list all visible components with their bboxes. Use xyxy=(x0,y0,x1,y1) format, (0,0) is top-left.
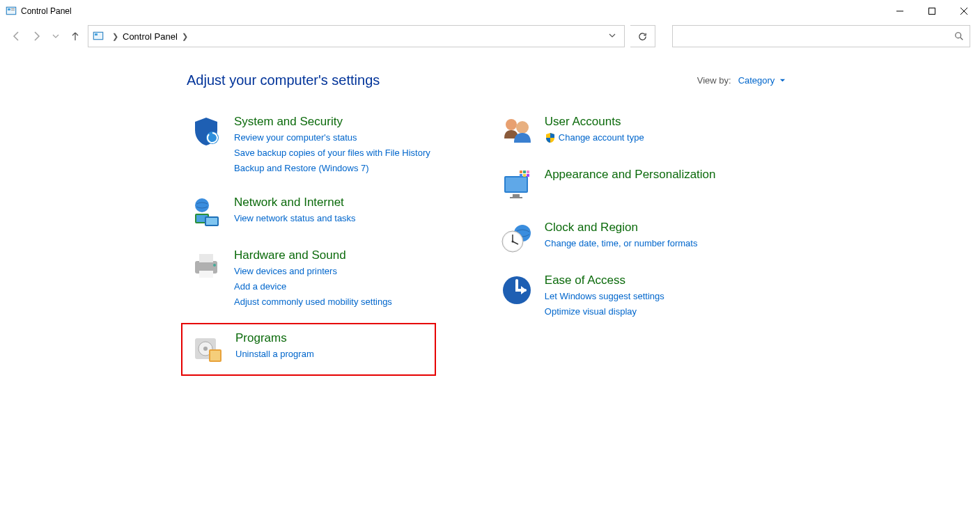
clock-icon[interactable] xyxy=(500,221,534,254)
navbar: ❯ Control Panel ❯ xyxy=(0,22,980,50)
view-by-label: View by: xyxy=(697,75,731,86)
svg-rect-21 xyxy=(199,254,213,262)
category-programs: Programs Uninstall a program xyxy=(185,328,432,367)
svg-point-30 xyxy=(516,121,529,134)
category-title[interactable]: Clock and Region xyxy=(545,221,698,235)
close-button[interactable] xyxy=(948,0,980,22)
categories: System and Security Review your computer… xyxy=(0,112,980,369)
window-title: Control Panel xyxy=(21,6,72,16)
titlebar: Control Panel xyxy=(0,0,980,22)
category-link[interactable]: Review your computer's status xyxy=(234,130,430,145)
breadcrumb-current[interactable]: Control Panel xyxy=(123,31,178,42)
category-title[interactable]: User Accounts xyxy=(545,115,644,129)
category-title[interactable]: Programs xyxy=(235,331,314,345)
category-link[interactable]: Let Windows suggest settings xyxy=(545,289,664,304)
highlight-box: Programs Uninstall a program xyxy=(181,323,436,376)
svg-rect-3 xyxy=(11,8,15,9)
control-panel-icon xyxy=(93,31,104,42)
search-icon xyxy=(954,31,964,41)
content-header: Adjust your computer's settings View by:… xyxy=(0,72,786,88)
category-link[interactable]: Save backup copies of your files with Fi… xyxy=(234,145,430,161)
svg-rect-40 xyxy=(527,174,529,177)
svg-rect-33 xyxy=(513,194,520,197)
view-by-value: Category xyxy=(738,75,775,86)
recent-locations-dropdown[interactable] xyxy=(49,29,63,43)
minimize-button[interactable] xyxy=(884,0,916,22)
svg-rect-39 xyxy=(523,174,526,177)
window-controls xyxy=(884,0,980,22)
category-link[interactable]: Adjust commonly used mobility settings xyxy=(234,294,392,310)
category-link[interactable]: Change date, time, or number formats xyxy=(545,236,698,251)
category-link-label: Change account type xyxy=(559,130,644,145)
svg-rect-34 xyxy=(510,197,522,198)
category-title[interactable]: Network and Internet xyxy=(234,196,356,209)
category-title[interactable]: Ease of Access xyxy=(545,274,664,287)
svg-rect-22 xyxy=(199,271,213,278)
svg-rect-19 xyxy=(206,218,217,225)
category-hardware-sound: Hardware and Sound View devices and prin… xyxy=(187,246,433,312)
category-link[interactable]: Backup and Restore (Windows 7) xyxy=(234,161,430,176)
svg-point-23 xyxy=(213,264,216,267)
svg-rect-11 xyxy=(95,33,98,35)
addressbar[interactable]: ❯ Control Panel ❯ xyxy=(88,25,625,47)
maximize-button[interactable] xyxy=(916,0,948,22)
uac-shield-icon xyxy=(545,132,556,143)
svg-point-46 xyxy=(511,241,513,243)
printer-icon[interactable] xyxy=(189,248,223,282)
category-link[interactable]: View network status and tasks xyxy=(234,211,356,226)
search-input[interactable] xyxy=(678,31,954,42)
svg-rect-36 xyxy=(523,171,526,173)
breadcrumb-separator[interactable]: ❯ xyxy=(112,32,118,41)
left-column: System and Security Review your computer… xyxy=(187,112,433,369)
svg-rect-35 xyxy=(520,171,522,173)
category-title[interactable]: Appearance and Personalization xyxy=(545,168,716,182)
network-icon[interactable] xyxy=(189,196,223,229)
category-link[interactable]: View devices and printers xyxy=(234,264,392,279)
svg-point-15 xyxy=(195,198,209,212)
category-network-internet: Network and Internet View network status… xyxy=(187,193,433,232)
refresh-button[interactable] xyxy=(630,25,655,47)
category-link[interactable]: Change account type xyxy=(545,130,644,145)
svg-rect-38 xyxy=(520,174,522,177)
programs-icon[interactable] xyxy=(191,331,224,365)
page-title: Adjust your computer's settings xyxy=(187,72,380,88)
svg-rect-37 xyxy=(527,171,529,173)
svg-rect-4 xyxy=(11,10,15,10)
back-button[interactable] xyxy=(10,29,24,43)
view-by-dropdown[interactable]: Category xyxy=(738,75,786,86)
category-link[interactable]: Uninstall a program xyxy=(235,347,314,362)
category-title[interactable]: Hardware and Sound xyxy=(234,248,392,262)
right-column: User Accounts Change account type xyxy=(497,112,719,369)
category-ease-of-access: Ease of Access Let Windows suggest setti… xyxy=(497,271,719,322)
category-link[interactable]: Add a device xyxy=(234,279,392,294)
ease-of-access-icon[interactable] xyxy=(500,274,534,307)
category-clock-region: Clock and Region Change date, time, or n… xyxy=(497,218,719,257)
search-box[interactable] xyxy=(672,25,970,47)
breadcrumb-separator[interactable]: ❯ xyxy=(182,32,188,41)
category-system-security: System and Security Review your computer… xyxy=(187,112,433,179)
svg-point-29 xyxy=(506,119,517,130)
svg-point-12 xyxy=(956,33,961,38)
control-panel-icon xyxy=(6,6,17,17)
users-icon[interactable] xyxy=(500,115,534,148)
svg-rect-6 xyxy=(929,8,935,15)
content: Adjust your computer's settings View by:… xyxy=(0,50,980,369)
shield-icon[interactable] xyxy=(189,115,223,148)
appearance-icon[interactable] xyxy=(500,168,534,201)
category-appearance: Appearance and Personalization xyxy=(497,165,719,204)
category-title[interactable]: System and Security xyxy=(234,115,430,129)
up-button[interactable] xyxy=(68,29,82,43)
nav-arrows xyxy=(10,29,82,43)
addressbar-history-dropdown[interactable] xyxy=(605,32,620,40)
titlebar-left: Control Panel xyxy=(6,6,72,17)
forward-button[interactable] xyxy=(29,29,43,43)
svg-rect-32 xyxy=(506,177,527,191)
svg-rect-2 xyxy=(8,8,10,10)
svg-line-13 xyxy=(960,38,963,40)
svg-rect-28 xyxy=(210,351,220,360)
svg-point-26 xyxy=(203,347,208,351)
category-link[interactable]: Optimize visual display xyxy=(545,304,664,319)
view-by: View by: Category xyxy=(697,75,786,86)
category-user-accounts: User Accounts Change account type xyxy=(497,112,719,151)
